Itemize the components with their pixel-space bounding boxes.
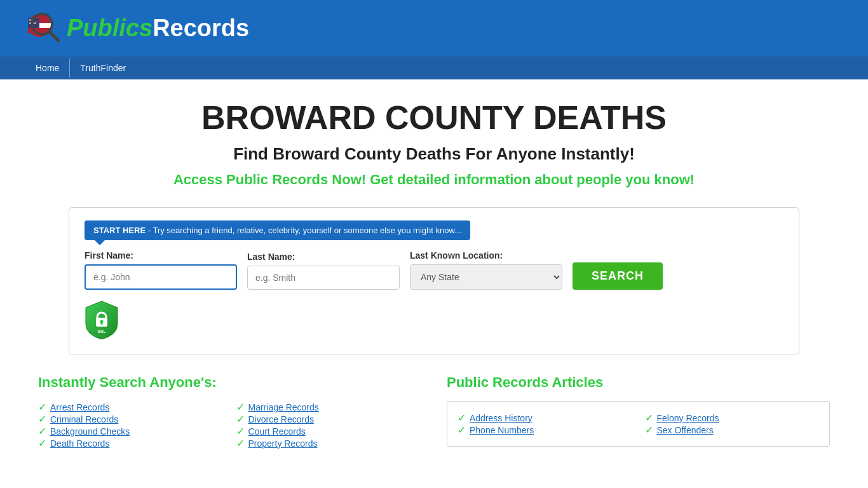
check-icon: ✓ xyxy=(38,437,46,449)
search-fields: First Name: Last Name: Last Known Locati… xyxy=(85,250,783,290)
arrest-records-link[interactable]: Arrest Records xyxy=(50,402,109,412)
navigation: Home TruthFinder xyxy=(0,57,868,79)
search-hint-rest: - Try searching a friend, relative, cele… xyxy=(146,226,461,235)
main-content: BROWARD COUNTY DEATHS Find Broward Count… xyxy=(0,79,868,468)
list-item: ✓ Property Records xyxy=(236,437,422,449)
articles-section: Public Records Articles ✓ Address Histor… xyxy=(447,374,830,449)
check-icon: ✓ xyxy=(236,425,245,437)
page-accent: Access Public Records Now! Get detailed … xyxy=(38,172,830,188)
svg-line-7 xyxy=(50,32,58,41)
list-item: ✓ Death Records xyxy=(38,437,224,449)
articles-box: ✓ Address History ✓ Phone Numbers ✓ Felo… xyxy=(447,401,830,447)
criminal-records-link[interactable]: Criminal Records xyxy=(50,414,118,424)
last-name-label: Last Name: xyxy=(247,252,400,262)
check-icon: ✓ xyxy=(458,412,466,424)
check-icon: ✓ xyxy=(645,424,653,436)
instantly-search-section: Instantly Search Anyone's: ✓ Arrest Reco… xyxy=(38,374,421,449)
location-label: Last Known Location: xyxy=(410,250,562,261)
first-name-group: First Name: xyxy=(85,250,237,290)
check-icon: ✓ xyxy=(236,437,245,449)
last-name-input[interactable] xyxy=(247,266,400,290)
check-icon: ✓ xyxy=(38,425,46,437)
search-button[interactable]: SEARCH xyxy=(573,262,663,290)
list-item: ✓ Background Checks xyxy=(38,425,224,437)
brand-publics: Publics xyxy=(67,15,153,42)
last-name-group: Last Name: xyxy=(247,252,400,290)
first-name-label: First Name: xyxy=(85,250,237,261)
search-container: START HERE - Try searching a friend, rel… xyxy=(69,207,799,355)
list-item: ✓ Phone Numbers xyxy=(458,424,632,436)
list-item: ✓ Divorce Records xyxy=(236,413,422,425)
list-item: ✓ Criminal Records xyxy=(38,413,224,425)
phone-numbers-link[interactable]: Phone Numbers xyxy=(470,425,534,435)
list-item: ✓ Arrest Records xyxy=(38,401,224,413)
check-icon: ✓ xyxy=(458,424,466,436)
list-item: ✓ Felony Records xyxy=(645,412,820,424)
court-records-link[interactable]: Court Records xyxy=(248,426,306,437)
logo-icon: ★★★ ★★ xyxy=(25,8,67,49)
svg-text:SSL: SSL xyxy=(97,329,106,334)
records-grid: ✓ Arrest Records ✓ Criminal Records ✓ Ba… xyxy=(38,401,421,449)
header: ★★★ ★★ PublicsRecords xyxy=(0,0,868,57)
check-icon: ✓ xyxy=(645,412,653,424)
felony-records-link[interactable]: Felony Records xyxy=(657,413,719,423)
list-item: ✓ Address History xyxy=(458,412,632,424)
marriage-records-link[interactable]: Marriage Records xyxy=(248,402,319,412)
articles-title: Public Records Articles xyxy=(447,374,830,391)
check-icon: ✓ xyxy=(38,401,46,413)
search-hint-bold: START HERE xyxy=(93,226,146,235)
check-icon: ✓ xyxy=(236,401,245,413)
search-hint: START HERE - Try searching a friend, rel… xyxy=(85,220,470,240)
list-item: ✓ Court Records xyxy=(236,425,422,437)
svg-rect-10 xyxy=(101,322,103,325)
divorce-records-link[interactable]: Divorce Records xyxy=(248,414,314,424)
instantly-search-title: Instantly Search Anyone's: xyxy=(38,374,421,391)
state-select[interactable]: Any State Alabama Alaska Arizona Arkansa… xyxy=(410,264,562,290)
list-item: ✓ Marriage Records xyxy=(236,401,422,413)
sex-offenders-link[interactable]: Sex Offenders xyxy=(657,425,714,435)
nav-truthfinder[interactable]: TruthFinder xyxy=(70,57,136,79)
list-item: ✓ Sex Offenders xyxy=(645,424,820,436)
address-history-link[interactable]: Address History xyxy=(470,413,532,423)
brand-records: Records xyxy=(153,15,249,42)
ssl-badge: SSL xyxy=(85,300,783,339)
check-icon: ✓ xyxy=(236,413,245,425)
nav-home[interactable]: Home xyxy=(25,57,69,79)
page-title: BROWARD COUNTY DEATHS xyxy=(38,98,830,137)
logo[interactable]: ★★★ ★★ PublicsRecords xyxy=(25,8,249,49)
check-icon: ✓ xyxy=(38,413,46,425)
ssl-shield-icon: SSL xyxy=(85,300,119,339)
background-checks-link[interactable]: Background Checks xyxy=(50,426,130,437)
property-records-link[interactable]: Property Records xyxy=(248,438,318,449)
page-subtitle: Find Broward County Deaths For Anyone In… xyxy=(38,144,830,164)
bottom-grid: Instantly Search Anyone's: ✓ Arrest Reco… xyxy=(38,374,830,449)
first-name-input[interactable] xyxy=(85,264,237,290)
death-records-link[interactable]: Death Records xyxy=(50,438,109,449)
articles-grid: ✓ Address History ✓ Phone Numbers ✓ Felo… xyxy=(458,412,819,436)
location-group: Last Known Location: Any State Alabama A… xyxy=(410,250,562,290)
